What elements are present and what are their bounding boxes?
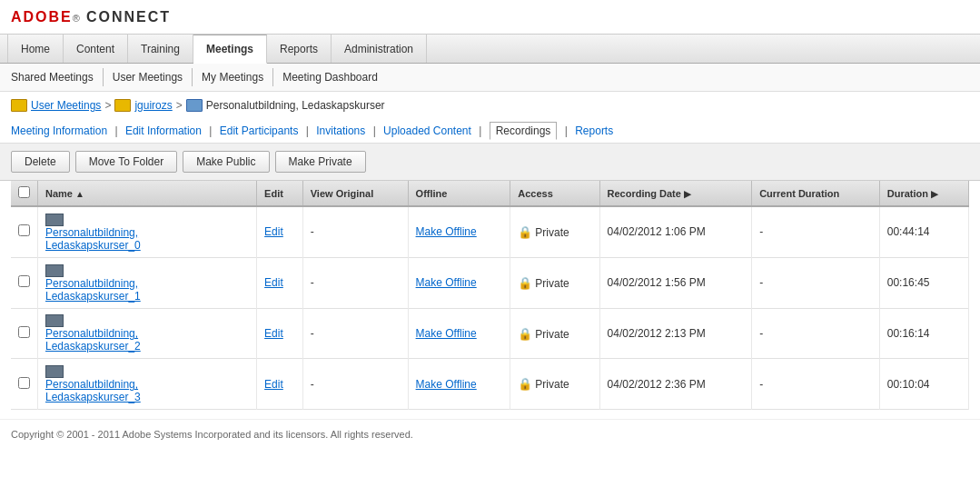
col-current-duration: Current Duration	[752, 181, 880, 206]
tabs: Meeting Information | Edit Information |…	[0, 119, 980, 144]
sub-nav-shared-meetings[interactable]: Shared Meetings	[11, 68, 104, 86]
nav-administration[interactable]: Administration	[332, 35, 427, 63]
col-offline: Offline	[408, 181, 510, 206]
row-current-duration-0: -	[752, 206, 880, 257]
col-edit: Edit	[257, 181, 303, 206]
row-access-cell-1: 🔒Private	[510, 257, 599, 308]
col-view-original: View Original	[302, 181, 408, 206]
tab-meeting-information[interactable]: Meeting Information	[11, 124, 107, 137]
tab-recordings[interactable]: Recordings	[490, 122, 558, 140]
table-row: Personalutbildning, Ledaskapskurser_2 Ed…	[11, 308, 969, 359]
row-edit-cell-3: Edit	[257, 359, 303, 410]
row-select-checkbox-1[interactable]	[18, 275, 30, 287]
col-recording-date[interactable]: Recording Date ▶	[599, 181, 752, 206]
tab-edit-information[interactable]: Edit Information	[125, 124, 202, 137]
footer: Copyright © 2001 - 2011 Adobe Systems In…	[0, 419, 980, 449]
breadcrumb-meeting-name: Personalutbildning, Ledaskapskurser	[206, 99, 385, 112]
row-edit-link-2[interactable]: Edit	[264, 327, 283, 340]
row-offline-link-1[interactable]: Make Offline	[416, 276, 477, 289]
recording-icon-2	[45, 314, 64, 327]
row-checkbox-0	[11, 206, 38, 257]
row-edit-cell-1: Edit	[257, 257, 303, 308]
row-recording-date-0: 04/02/2012 1:06 PM	[599, 206, 752, 257]
row-offline-link-2[interactable]: Make Offline	[416, 327, 477, 340]
row-recording-date-2: 04/02/2012 2:13 PM	[599, 308, 752, 359]
table-row: Personalutbildning, Ledaskapskurser_3 Ed…	[11, 359, 969, 410]
row-checkbox-2	[11, 308, 38, 359]
recordings-table: Name ▲ Edit View Original Offline Access…	[11, 181, 969, 410]
row-offline-cell-1: Make Offline	[408, 257, 510, 308]
col-access: Access	[510, 181, 599, 206]
recording-name-link-0[interactable]: Personalutbildning, Ledaskapskurser_0	[45, 226, 249, 252]
row-checkbox-1	[11, 257, 38, 308]
sub-nav-meeting-dashboard[interactable]: Meeting Dashboard	[273, 68, 387, 86]
row-offline-cell-0: Make Offline	[408, 206, 510, 257]
row-edit-link-3[interactable]: Edit	[264, 378, 283, 391]
row-recording-date-3: 04/02/2012 2:36 PM	[599, 359, 752, 410]
breadcrumb-jguirozs[interactable]: jguirozs	[134, 99, 172, 112]
row-name-cell-3: Personalutbildning, Ledaskapskurser_3	[38, 359, 257, 410]
nav-content[interactable]: Content	[64, 35, 128, 63]
lock-icon-2: 🔒	[518, 327, 532, 341]
row-offline-link-3[interactable]: Make Offline	[416, 378, 477, 391]
nav-reports[interactable]: Reports	[267, 35, 332, 63]
table-row: Personalutbildning, Ledaskapskurser_1 Ed…	[11, 257, 969, 308]
lock-icon-0: 🔒	[518, 225, 532, 239]
main-nav: Home Content Training Meetings Reports A…	[0, 35, 980, 64]
row-name-cell-1: Personalutbildning, Ledaskapskurser_1	[38, 257, 257, 308]
lock-icon-3: 🔒	[518, 377, 532, 391]
row-access-cell-3: 🔒Private	[510, 359, 599, 410]
make-public-button[interactable]: Make Public	[183, 151, 269, 173]
nav-home[interactable]: Home	[7, 35, 64, 63]
logo: ADOBE® CONNECT	[11, 7, 171, 25]
sub-nav-my-meetings[interactable]: My Meetings	[193, 68, 273, 86]
tab-reports[interactable]: Reports	[575, 124, 613, 137]
action-bar: Delete Move To Folder Make Public Make P…	[0, 144, 980, 181]
folder-icon-user-meetings	[11, 99, 27, 112]
row-offline-link-0[interactable]: Make Offline	[416, 225, 477, 238]
sub-nav-user-meetings[interactable]: User Meetings	[104, 68, 193, 86]
row-current-duration-2: -	[752, 308, 880, 359]
tab-uploaded-content[interactable]: Uploaded Content	[383, 124, 471, 137]
recording-name-link-3[interactable]: Personalutbildning, Ledaskapskurser_3	[45, 378, 249, 403]
row-edit-cell-2: Edit	[257, 308, 303, 359]
row-duration-2: 00:16:14	[879, 308, 968, 359]
select-all-checkbox[interactable]	[18, 186, 30, 198]
move-to-folder-button[interactable]: Move To Folder	[75, 151, 177, 173]
row-select-checkbox-3[interactable]	[18, 377, 30, 389]
row-dash-cell-1: -	[302, 257, 408, 308]
row-duration-0: 00:44:14	[879, 206, 968, 257]
row-edit-link-1[interactable]: Edit	[264, 276, 283, 289]
table-row: Personalutbildning, Ledaskapskurser_0 Ed…	[11, 206, 969, 257]
recording-name-link-1[interactable]: Personalutbildning, Ledaskapskurser_1	[45, 277, 249, 303]
delete-button[interactable]: Delete	[11, 151, 70, 173]
nav-training[interactable]: Training	[128, 35, 193, 63]
make-private-button[interactable]: Make Private	[275, 151, 366, 173]
folder-icon-jguirozs	[114, 99, 131, 112]
row-edit-link-0[interactable]: Edit	[264, 225, 283, 238]
row-dash-cell-3: -	[302, 359, 408, 410]
recording-name-link-2[interactable]: Personalutbildning, Ledaskapskurser_2	[45, 327, 249, 353]
row-current-duration-3: -	[752, 359, 880, 410]
row-dash-cell-0: -	[302, 206, 408, 257]
col-duration[interactable]: Duration ▶	[879, 181, 968, 206]
col-name[interactable]: Name ▲	[38, 181, 257, 206]
tab-edit-participants[interactable]: Edit Participants	[220, 124, 299, 137]
nav-meetings[interactable]: Meetings	[193, 35, 267, 64]
col-checkbox	[11, 181, 38, 206]
lock-icon-1: 🔒	[518, 276, 532, 290]
row-checkbox-3	[11, 359, 38, 410]
row-access-cell-2: 🔒Private	[510, 308, 599, 359]
table-body: Personalutbildning, Ledaskapskurser_0 Ed…	[11, 206, 969, 410]
row-select-checkbox-2[interactable]	[18, 326, 30, 338]
row-offline-cell-3: Make Offline	[408, 359, 510, 410]
row-edit-cell-0: Edit	[257, 206, 303, 257]
dur-sort-arrow: ▶	[931, 189, 938, 199]
tab-invitations[interactable]: Invitations	[316, 124, 365, 137]
breadcrumb-sep-1: >	[104, 99, 111, 112]
recording-icon-0	[45, 214, 64, 226]
breadcrumb-user-meetings[interactable]: User Meetings	[31, 99, 101, 112]
row-select-checkbox-0[interactable]	[18, 224, 30, 236]
meeting-icon	[186, 99, 203, 112]
footer-text: Copyright © 2001 - 2011 Adobe Systems In…	[11, 429, 413, 440]
